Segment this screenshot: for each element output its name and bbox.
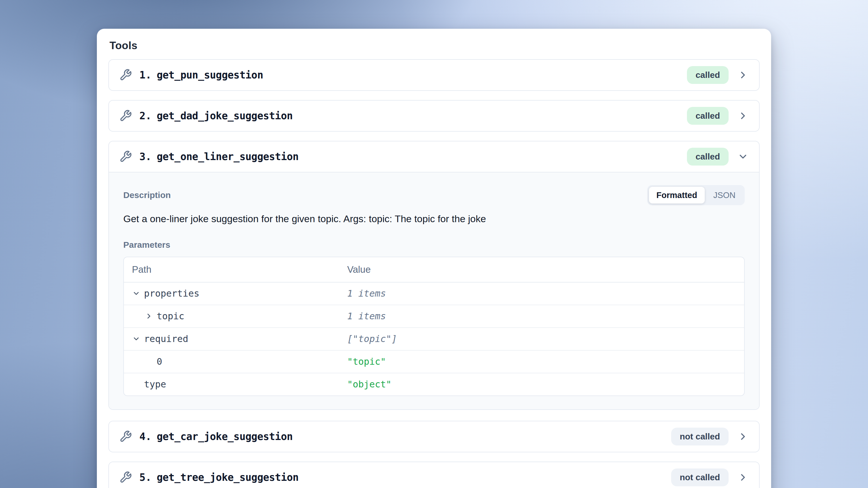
tool-detail-panel: Description Formatted JSON Get a one-lin…: [109, 172, 759, 409]
status-badge: called: [687, 66, 728, 84]
chevron-right-icon[interactable]: [145, 312, 153, 321]
table-row-required[interactable]: required ["topic"]: [124, 328, 744, 350]
tool-name: get_dad_joke_suggestion: [157, 110, 292, 122]
path-column-header: Path: [132, 264, 152, 275]
wrench-icon: [119, 471, 132, 484]
chevron-right-icon[interactable]: [737, 471, 749, 483]
row-value: 1 items: [347, 311, 386, 322]
row-path: 0: [145, 356, 162, 367]
tool-number: 1.: [140, 69, 152, 81]
row-value: ["topic"]: [347, 333, 397, 344]
tool-row-4: 4. get_car_joke_suggestion not called: [108, 421, 760, 452]
table-row-properties[interactable]: properties 1 items: [124, 282, 744, 305]
wrench-icon: [119, 150, 132, 163]
tool-name: get_one_liner_suggestion: [157, 151, 299, 162]
parameters-table: Path Value properties 1 items: [123, 257, 745, 396]
table-row-type: type "object": [124, 373, 744, 395]
wrench-icon: [119, 430, 132, 443]
tool-row-3-header[interactable]: 3. get_one_liner_suggestion called: [109, 142, 759, 172]
tool-row-4-header[interactable]: 4. get_car_joke_suggestion not called: [109, 421, 759, 452]
tool-description: Get a one-liner joke suggestion for the …: [123, 213, 745, 225]
status-badge: called: [687, 107, 728, 125]
chevron-down-icon[interactable]: [737, 151, 749, 162]
tool-row-2-header[interactable]: 2. get_dad_joke_suggestion called: [109, 100, 759, 131]
row-value: "topic": [347, 356, 386, 367]
row-path: type: [132, 379, 166, 390]
table-row-topic[interactable]: topic 1 items: [124, 305, 744, 328]
toggle-formatted-button[interactable]: Formatted: [649, 187, 705, 204]
description-label: Description: [123, 190, 171, 200]
chevron-down-icon[interactable]: [132, 335, 141, 343]
row-path: topic: [157, 311, 184, 322]
chevron-right-icon[interactable]: [737, 110, 749, 122]
wrench-icon: [119, 110, 132, 122]
tool-number: 5.: [140, 471, 152, 483]
status-badge: not called: [671, 468, 728, 486]
value-column-header: Value: [347, 264, 371, 275]
tool-number: 4.: [140, 431, 152, 442]
tool-number: 3.: [140, 151, 152, 162]
desktop-background: Tools 1. get_pun_suggestion called: [0, 0, 868, 488]
status-badge: not called: [671, 428, 728, 446]
tool-name: get_tree_joke_suggestion: [157, 471, 299, 483]
toggle-json-button[interactable]: JSON: [706, 187, 743, 204]
wrench-icon: [119, 69, 132, 81]
row-path: required: [144, 333, 188, 344]
tool-number: 2.: [140, 110, 152, 122]
status-badge: called: [687, 148, 728, 165]
parameters-label: Parameters: [123, 240, 745, 250]
tool-row-2: 2. get_dad_joke_suggestion called: [108, 100, 760, 132]
panel-title: Tools: [110, 40, 760, 52]
tool-row-3: 3. get_one_liner_suggestion called Descr…: [108, 141, 760, 410]
tool-name: get_pun_suggestion: [157, 69, 263, 81]
tool-row-5: 5. get_tree_joke_suggestion not called: [108, 462, 760, 488]
tools-panel: Tools 1. get_pun_suggestion called: [97, 29, 771, 488]
chevron-right-icon[interactable]: [737, 431, 749, 442]
tool-row-1: 1. get_pun_suggestion called: [108, 59, 760, 91]
table-row-0: 0 "topic": [124, 350, 744, 373]
chevron-right-icon[interactable]: [737, 69, 749, 81]
tool-row-1-header[interactable]: 1. get_pun_suggestion called: [109, 60, 759, 90]
row-value: "object": [347, 379, 392, 390]
chevron-down-icon[interactable]: [132, 289, 141, 298]
row-path: properties: [144, 288, 199, 299]
tool-name: get_car_joke_suggestion: [157, 431, 292, 442]
view-toggle: Formatted JSON: [647, 185, 745, 205]
parameters-table-header: Path Value: [124, 257, 744, 282]
row-value: 1 items: [347, 288, 386, 299]
tool-row-5-header[interactable]: 5. get_tree_joke_suggestion not called: [109, 462, 759, 488]
